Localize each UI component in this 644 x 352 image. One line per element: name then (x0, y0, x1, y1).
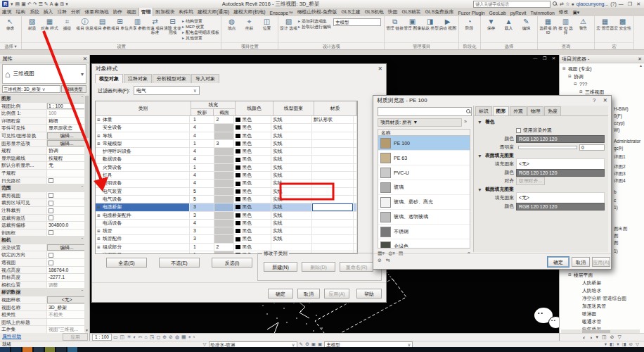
app-menu-chevron-icon[interactable]: ▾ (11, 1, 13, 7)
type-selector[interactable]: ⌂ 三维视图 ▾ (2, 64, 86, 84)
ribbon-small-button[interactable]: ▸ 配电盘明细表模板 (182, 30, 219, 35)
object-style-row[interactable]: ⊞照明设备 4 黑色 实线 (96, 180, 357, 187)
ribbon-button[interactable]: ◔ 阶段 (461, 17, 478, 30)
object-style-row[interactable]: ⊞导线 4 黑色 实线 (96, 132, 357, 140)
ribbon-button[interactable]: ▨ 材质 (23, 17, 41, 34)
ribbon-tab[interactable]: 插入 (41, 8, 56, 16)
cancel-button[interactable]: 取消 (297, 289, 320, 298)
material-cell[interactable] (312, 156, 354, 163)
ribbon-button[interactable]: ⌗ 捕捉 (58, 17, 76, 34)
tree-item[interactable]: 人防给水 (561, 287, 643, 294)
expand-icon[interactable]: ⊞ (97, 116, 103, 123)
property-row[interactable]: 图形 (0, 95, 85, 103)
toolbar-icon[interactable]: ▤ (15, 1, 20, 7)
view-control-icon[interactable]: ▭ (113, 334, 118, 340)
search-icon[interactable] (466, 109, 471, 114)
maximize-button[interactable]: ❐ (628, 1, 632, 7)
toolbar-icon[interactable]: ⊘ (610, 334, 614, 340)
view-control-icon[interactable]: ⌂ (145, 334, 148, 340)
ribbon-tab[interactable]: GeoLab (487, 10, 508, 16)
toolbar-icon[interactable]: ⊘ (378, 258, 382, 263)
ribbon-button[interactable]: ⊟ 清除 未使用项 (164, 17, 181, 34)
material-cell[interactable] (312, 235, 354, 242)
ribbon-group-caption[interactable]: 设计选项 (278, 42, 384, 49)
property-row[interactable]: 视图名称 3D_桥架 (0, 304, 85, 312)
name-column-header[interactable]: 名称 (378, 129, 470, 136)
material-editor-tab[interactable]: 图形 (493, 106, 510, 115)
properties-help-link[interactable]: 属性帮助 (2, 333, 21, 340)
material-property-row[interactable]: 透明度 0 (474, 143, 608, 151)
ribbon-tab[interactable]: GLS免费族库 (423, 8, 456, 16)
ribbon-button[interactable]: ⚠ 警告 (574, 17, 592, 34)
ok-button[interactable]: 确定 (268, 289, 293, 298)
ribbon-button[interactable]: ▩ 宏 安全性 (614, 17, 631, 30)
material-property-row[interactable]: 对齐 纹理对齐... (474, 177, 608, 185)
ribbon-tab[interactable]: pyRevit (508, 10, 529, 16)
material-cell[interactable] (312, 172, 354, 179)
toolbar-icon[interactable]: ☆ (565, 1, 569, 7)
object-style-row[interactable]: ⊞电缆桥架 3 黑色 实线 (96, 203, 357, 211)
expand-icon[interactable]: ⊞ (97, 212, 103, 219)
expand-icon[interactable]: ⊞ (97, 180, 103, 187)
property-row[interactable]: 相机 (0, 237, 85, 244)
signed-in-user[interactable]: qiaocunyong... (577, 1, 609, 6)
material-cell[interactable] (312, 140, 354, 147)
ribbon-tab[interactable]: 协作 (111, 8, 125, 16)
toolbar-icon[interactable]: ⊞ (60, 1, 64, 7)
material-browser-titlebar[interactable]: 材质浏览器 - PE 100 ? ✕ (373, 96, 611, 105)
view-control-icon[interactable]: ◻ (156, 334, 160, 340)
status-bar-icon[interactable]: ◨ (622, 341, 626, 347)
toolbar-icon[interactable]: ▾ (596, 334, 599, 340)
property-row[interactable]: 锁定的方向 (0, 251, 85, 259)
property-row[interactable]: 相机位置 调整 (0, 282, 85, 289)
ribbon-tab[interactable]: GLS机电 (363, 8, 386, 16)
status-bar-icon[interactable]: ▣ (318, 341, 322, 347)
ribbon-tab[interactable]: 建模大师(通用) (195, 8, 231, 16)
view-control-icon[interactable]: ☀ (127, 334, 131, 340)
property-row[interactable]: 剖面框 (0, 230, 85, 237)
toolbar-icon[interactable]: ◉ (54, 1, 58, 7)
select-none-button[interactable]: 不选(E) (159, 258, 200, 268)
material-property-row[interactable]: 填充图案 <无> (474, 160, 608, 168)
ribbon-tab[interactable]: 注释 (55, 8, 69, 16)
expand-icon[interactable]: ⊞ (97, 244, 103, 251)
tree-expand-icon[interactable]: ⊟ (574, 80, 579, 88)
expand-icon[interactable]: ⊞ (97, 140, 103, 147)
material-cell[interactable] (312, 132, 354, 139)
material-cell[interactable] (312, 203, 354, 210)
view-control-icon[interactable]: ◍ (175, 334, 179, 340)
material-property-row[interactable]: 颜色 RGB 120 120 120 (474, 168, 608, 177)
object-style-row[interactable]: ⊞体量 1 2 黑色 实线 默认形状 (96, 116, 357, 124)
ribbon-small-button[interactable]: ▸ 其他设置 (182, 35, 219, 41)
toolbar-icon[interactable]: ◫ (602, 334, 607, 340)
ribbon-tab[interactable]: GLS土建 (339, 8, 362, 16)
tree-item[interactable]: 喷淋图 (561, 310, 643, 318)
ribbon-tab[interactable]: 建筑 (0, 8, 14, 16)
material-list-item[interactable]: PE 63 (378, 151, 470, 165)
tree-item[interactable]: 人防桥架 (561, 279, 643, 287)
view-control-icon[interactable]: ◳ (150, 334, 155, 340)
view-control-icon[interactable]: ✂ (139, 334, 143, 340)
status-bar-icon[interactable]: ◧ (610, 341, 614, 347)
ribbon-group-caption[interactable]: 管理项目 (385, 42, 458, 49)
expand-icon[interactable]: ⊞ (97, 203, 103, 210)
minimize-button[interactable]: — (619, 1, 624, 7)
invert-selection-button[interactable]: 反选(I) (212, 258, 252, 268)
material-search-input[interactable] (378, 108, 466, 115)
ribbon-button[interactable]: ▥ 按 ID 选择 (557, 17, 574, 34)
rename-subcategory-button[interactable]: 重命名(R) (340, 262, 373, 272)
expand-icon[interactable]: ⊞ (97, 235, 103, 242)
dialog-close-icon[interactable]: ✕ (595, 97, 607, 103)
material-list-item[interactable]: 仓绿色 (378, 239, 470, 249)
ribbon-tab[interactable]: Enscape™ (268, 10, 295, 16)
property-row[interactable]: 视图比例 1 : 100 (0, 103, 85, 111)
ribbon-button[interactable]: ⓘ 项目 信息 (76, 17, 94, 34)
object-style-row[interactable]: 电话设备 4 黑色 实线 (96, 220, 357, 227)
material-property-row[interactable]: 颜色 RGB 120 120 120 (474, 202, 608, 210)
tree-item[interactable]: 净空分析 管道综合图 (561, 294, 643, 302)
material-editor-tab[interactable]: 标识 (475, 106, 492, 115)
help-search-input[interactable] (473, 1, 550, 8)
edit-type-button[interactable]: 编辑类型 (61, 85, 86, 93)
apply-button[interactable]: 应用 (63, 333, 88, 341)
toolbar-icon[interactable]: A (50, 1, 53, 7)
